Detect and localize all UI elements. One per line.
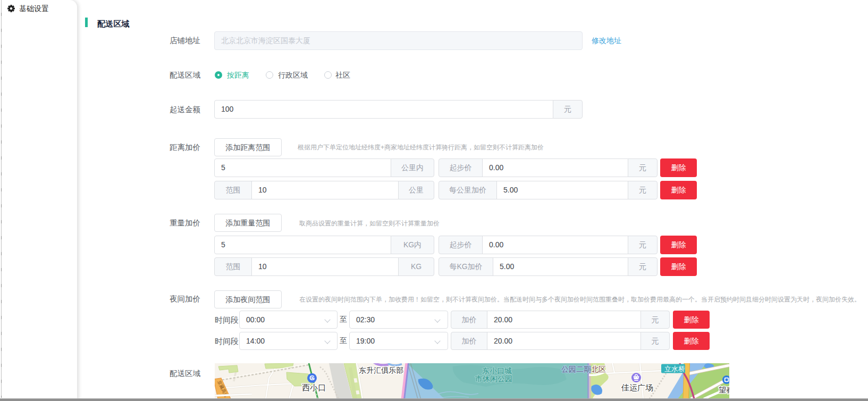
svg-text:公园二期: 公园二期 bbox=[561, 365, 591, 373]
svg-text:立水桥: 立水桥 bbox=[664, 365, 685, 373]
svg-text:市休闲公园: 市休闲公园 bbox=[475, 374, 512, 383]
svg-text:北区: 北区 bbox=[591, 365, 606, 373]
svg-text:西小口: 西小口 bbox=[302, 383, 326, 392]
svg-text:东升汇俱乐部: 东升汇俱乐部 bbox=[359, 366, 403, 374]
svg-text:望春园: 望春园 bbox=[719, 386, 729, 394]
svg-text:佳运广场: 佳运广场 bbox=[621, 383, 653, 392]
svg-text:东小口城: 东小口城 bbox=[482, 366, 512, 375]
